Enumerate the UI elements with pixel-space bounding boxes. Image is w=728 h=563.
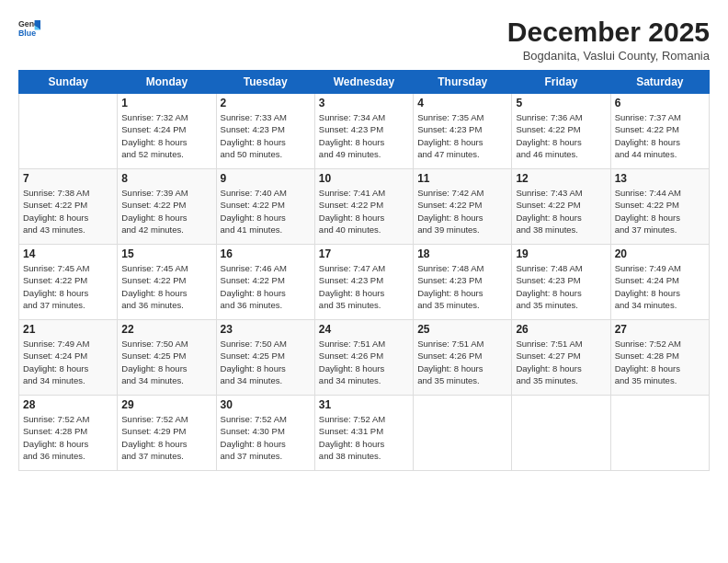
table-row: 23Sunrise: 7:50 AM Sunset: 4:25 PM Dayli… xyxy=(216,320,314,396)
day-number: 16 xyxy=(221,247,311,260)
day-number: 28 xyxy=(23,398,113,411)
day-info: Sunrise: 7:52 AM Sunset: 4:29 PM Dayligh… xyxy=(121,413,211,462)
day-info: Sunrise: 7:47 AM Sunset: 4:23 PM Dayligh… xyxy=(319,262,409,311)
day-info: Sunrise: 7:35 AM Sunset: 4:23 PM Dayligh… xyxy=(417,111,507,160)
calendar-week-3: 21Sunrise: 7:49 AM Sunset: 4:24 PM Dayli… xyxy=(19,320,710,396)
table-row: 17Sunrise: 7:47 AM Sunset: 4:23 PM Dayli… xyxy=(314,245,413,320)
day-info: Sunrise: 7:45 AM Sunset: 4:22 PM Dayligh… xyxy=(121,262,211,311)
day-number: 27 xyxy=(615,323,705,336)
table-row: 1Sunrise: 7:32 AM Sunset: 4:24 PM Daylig… xyxy=(118,94,216,169)
calendar-header-row: Sunday Monday Tuesday Wednesday Thursday… xyxy=(19,71,710,94)
table-row: 26Sunrise: 7:51 AM Sunset: 4:27 PM Dayli… xyxy=(512,320,610,396)
table-row: 10Sunrise: 7:41 AM Sunset: 4:22 PM Dayli… xyxy=(314,169,413,245)
calendar-table: Sunday Monday Tuesday Wednesday Thursday… xyxy=(18,70,710,471)
logo: General Blue xyxy=(18,17,43,39)
day-info: Sunrise: 7:50 AM Sunset: 4:25 PM Dayligh… xyxy=(221,338,311,386)
day-info: Sunrise: 7:41 AM Sunset: 4:22 PM Dayligh… xyxy=(319,187,409,236)
table-row: 7Sunrise: 7:38 AM Sunset: 4:22 PM Daylig… xyxy=(19,169,118,245)
table-row: 30Sunrise: 7:52 AM Sunset: 4:30 PM Dayli… xyxy=(216,396,314,471)
day-info: Sunrise: 7:52 AM Sunset: 4:30 PM Dayligh… xyxy=(221,413,311,462)
day-info: Sunrise: 7:38 AM Sunset: 4:22 PM Dayligh… xyxy=(23,187,113,236)
calendar-week-1: 7Sunrise: 7:38 AM Sunset: 4:22 PM Daylig… xyxy=(19,169,710,245)
day-number: 6 xyxy=(615,97,705,109)
day-number: 1 xyxy=(121,97,211,109)
table-row: 8Sunrise: 7:39 AM Sunset: 4:22 PM Daylig… xyxy=(118,169,216,245)
day-info: Sunrise: 7:49 AM Sunset: 4:24 PM Dayligh… xyxy=(23,338,113,386)
day-info: Sunrise: 7:36 AM Sunset: 4:22 PM Dayligh… xyxy=(516,111,606,160)
day-number: 20 xyxy=(615,247,705,260)
table-row: 18Sunrise: 7:48 AM Sunset: 4:23 PM Dayli… xyxy=(414,245,512,320)
table-row: 20Sunrise: 7:49 AM Sunset: 4:24 PM Dayli… xyxy=(610,245,709,320)
header-thursday: Thursday xyxy=(414,71,512,94)
day-info: Sunrise: 7:37 AM Sunset: 4:22 PM Dayligh… xyxy=(615,111,705,160)
table-row: 3Sunrise: 7:34 AM Sunset: 4:23 PM Daylig… xyxy=(314,94,413,169)
day-info: Sunrise: 7:33 AM Sunset: 4:23 PM Dayligh… xyxy=(221,111,311,160)
table-row: 14Sunrise: 7:45 AM Sunset: 4:22 PM Dayli… xyxy=(19,245,118,320)
header-friday: Friday xyxy=(512,71,610,94)
subtitle: Bogdanita, Vaslui County, Romania xyxy=(507,49,710,63)
day-number: 14 xyxy=(23,247,113,260)
day-number: 29 xyxy=(121,398,211,411)
table-row: 24Sunrise: 7:51 AM Sunset: 4:26 PM Dayli… xyxy=(314,320,413,396)
day-info: Sunrise: 7:46 AM Sunset: 4:22 PM Dayligh… xyxy=(221,262,311,311)
table-row xyxy=(610,396,709,471)
day-number: 17 xyxy=(319,247,409,260)
day-info: Sunrise: 7:52 AM Sunset: 4:28 PM Dayligh… xyxy=(23,413,113,462)
title-section: December 2025 Bogdanita, Vaslui County, … xyxy=(507,17,710,63)
header-saturday: Saturday xyxy=(610,71,709,94)
day-number: 22 xyxy=(121,323,211,336)
table-row: 15Sunrise: 7:45 AM Sunset: 4:22 PM Dayli… xyxy=(118,245,216,320)
day-info: Sunrise: 7:42 AM Sunset: 4:22 PM Dayligh… xyxy=(417,187,507,236)
table-row: 9Sunrise: 7:40 AM Sunset: 4:22 PM Daylig… xyxy=(216,169,314,245)
day-info: Sunrise: 7:32 AM Sunset: 4:24 PM Dayligh… xyxy=(121,111,211,160)
day-number: 25 xyxy=(417,323,507,336)
day-info: Sunrise: 7:40 AM Sunset: 4:22 PM Dayligh… xyxy=(221,187,311,236)
table-row xyxy=(512,396,610,471)
day-number: 7 xyxy=(23,172,113,185)
month-title: December 2025 xyxy=(507,17,710,47)
day-number: 4 xyxy=(417,97,507,109)
day-number: 31 xyxy=(319,398,409,411)
day-number: 11 xyxy=(417,172,507,185)
day-number: 9 xyxy=(221,172,311,185)
day-info: Sunrise: 7:52 AM Sunset: 4:31 PM Dayligh… xyxy=(319,413,409,462)
calendar-week-4: 28Sunrise: 7:52 AM Sunset: 4:28 PM Dayli… xyxy=(19,396,710,471)
table-row xyxy=(19,94,118,169)
day-number: 24 xyxy=(319,323,409,336)
table-row: 21Sunrise: 7:49 AM Sunset: 4:24 PM Dayli… xyxy=(19,320,118,396)
day-number: 12 xyxy=(516,172,606,185)
day-info: Sunrise: 7:51 AM Sunset: 4:27 PM Dayligh… xyxy=(516,338,606,386)
day-number: 23 xyxy=(221,323,311,336)
svg-text:Blue: Blue xyxy=(18,29,36,38)
table-row: 29Sunrise: 7:52 AM Sunset: 4:29 PM Dayli… xyxy=(118,396,216,471)
table-row: 6Sunrise: 7:37 AM Sunset: 4:22 PM Daylig… xyxy=(610,94,709,169)
page: General Blue December 2025 Bogdanita, Va… xyxy=(0,0,728,563)
day-number: 18 xyxy=(417,247,507,260)
table-row xyxy=(414,396,512,471)
day-number: 13 xyxy=(615,172,705,185)
logo-icon: General Blue xyxy=(18,17,40,39)
table-row: 2Sunrise: 7:33 AM Sunset: 4:23 PM Daylig… xyxy=(216,94,314,169)
day-number: 26 xyxy=(516,323,606,336)
table-row: 16Sunrise: 7:46 AM Sunset: 4:22 PM Dayli… xyxy=(216,245,314,320)
day-info: Sunrise: 7:39 AM Sunset: 4:22 PM Dayligh… xyxy=(121,187,211,236)
day-info: Sunrise: 7:48 AM Sunset: 4:23 PM Dayligh… xyxy=(516,262,606,311)
day-number: 21 xyxy=(23,323,113,336)
day-number: 30 xyxy=(221,398,311,411)
day-info: Sunrise: 7:51 AM Sunset: 4:26 PM Dayligh… xyxy=(319,338,409,386)
day-number: 8 xyxy=(121,172,211,185)
day-number: 10 xyxy=(319,172,409,185)
day-number: 19 xyxy=(516,247,606,260)
day-info: Sunrise: 7:44 AM Sunset: 4:22 PM Dayligh… xyxy=(615,187,705,236)
table-row: 4Sunrise: 7:35 AM Sunset: 4:23 PM Daylig… xyxy=(414,94,512,169)
day-info: Sunrise: 7:49 AM Sunset: 4:24 PM Dayligh… xyxy=(615,262,705,311)
header-wednesday: Wednesday xyxy=(314,71,413,94)
table-row: 31Sunrise: 7:52 AM Sunset: 4:31 PM Dayli… xyxy=(314,396,413,471)
table-row: 19Sunrise: 7:48 AM Sunset: 4:23 PM Dayli… xyxy=(512,245,610,320)
calendar-week-0: 1Sunrise: 7:32 AM Sunset: 4:24 PM Daylig… xyxy=(19,94,710,169)
table-row: 12Sunrise: 7:43 AM Sunset: 4:22 PM Dayli… xyxy=(512,169,610,245)
day-info: Sunrise: 7:51 AM Sunset: 4:26 PM Dayligh… xyxy=(417,338,507,386)
table-row: 27Sunrise: 7:52 AM Sunset: 4:28 PM Dayli… xyxy=(610,320,709,396)
day-info: Sunrise: 7:45 AM Sunset: 4:22 PM Dayligh… xyxy=(23,262,113,311)
header: General Blue December 2025 Bogdanita, Va… xyxy=(18,17,710,63)
